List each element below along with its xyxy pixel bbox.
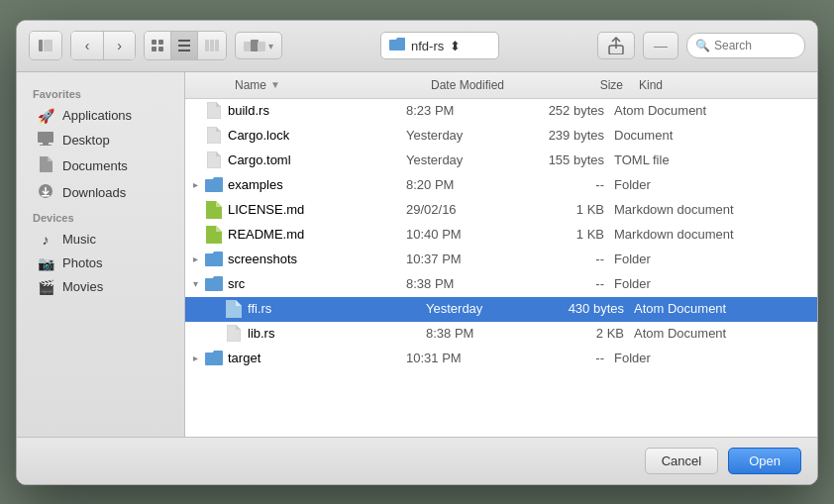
table-row[interactable]: Cargo.lockYesterday239 bytesDocument — [185, 124, 817, 149]
table-row[interactable]: ▾src8:38 PM--Folder — [185, 272, 817, 297]
svg-rect-14 — [258, 42, 265, 51]
col-name-header[interactable]: Name ▼ — [205, 76, 423, 94]
search-box[interactable]: 🔍 — [686, 33, 805, 58]
table-row[interactable]: Cargo.tomlYesterday155 bytesTOML file — [185, 149, 817, 173]
sidebar-item-label: Desktop — [62, 133, 110, 148]
share-btn[interactable] — [597, 32, 635, 59]
folder-selector[interactable]: nfd-rs ⬍ — [380, 32, 499, 59]
col-modified-header[interactable]: Date Modified — [423, 76, 542, 94]
expand-toggle[interactable]: ▸ — [185, 179, 205, 190]
file-date: 10:31 PM — [406, 351, 525, 365]
col-kind-header[interactable]: Kind — [631, 76, 817, 94]
file-date: 8:38 PM — [406, 276, 525, 291]
toolbar: ‹ › ▾ nfd-rs ⬍ — [17, 21, 817, 72]
expand-toggle[interactable]: ▸ — [185, 353, 205, 363]
file-kind: TOML file — [614, 152, 817, 167]
col-size-header[interactable]: Size — [542, 76, 631, 94]
sidebar-item-label: Music — [62, 232, 96, 247]
icon-view-btn[interactable] — [145, 32, 170, 59]
documents-icon — [37, 156, 54, 175]
file-kind: Folder — [614, 276, 817, 291]
svg-rect-10 — [210, 40, 214, 51]
svg-rect-13 — [251, 40, 259, 51]
search-icon: 🔍 — [695, 39, 710, 52]
search-input[interactable] — [714, 39, 793, 52]
svg-rect-9 — [205, 40, 209, 51]
svg-rect-7 — [178, 45, 190, 47]
file-kind: Folder — [614, 252, 817, 266]
file-kind: Atom Document — [614, 103, 817, 118]
file-size: 239 bytes — [525, 128, 614, 143]
file-date: 29/02/16 — [406, 202, 525, 217]
table-row[interactable]: build.rs8:23 PM252 bytesAtom Document — [185, 99, 817, 124]
file-dialog: ‹ › ▾ nfd-rs ⬍ — [16, 20, 818, 485]
sidebar-item-documents[interactable]: Documents — [21, 152, 180, 179]
table-row[interactable]: ▸target10:31 PM--Folder — [185, 347, 817, 371]
file-date: 10:40 PM — [406, 227, 525, 242]
sidebar-toggle-btn[interactable] — [30, 32, 61, 59]
expand-toggle[interactable]: ▾ — [185, 278, 205, 289]
sidebar: Favorites 🚀 Applications Desktop Documen… — [17, 72, 185, 437]
svg-rect-8 — [178, 50, 190, 51]
table-row[interactable]: ▸screenshots10:37 PM--Folder — [185, 248, 817, 272]
svg-rect-6 — [178, 40, 190, 42]
file-date: 8:38 PM — [426, 326, 545, 341]
sidebar-item-label: Downloads — [62, 185, 126, 200]
sidebar-item-photos[interactable]: 📷 Photos — [21, 252, 180, 275]
file-name: Cargo.lock — [228, 128, 406, 143]
open-button[interactable]: Open — [728, 448, 801, 474]
file-header: Name ▼ Date Modified Size Kind — [185, 72, 817, 99]
sidebar-item-downloads[interactable]: Downloads — [21, 179, 180, 206]
file-size: 1 KB — [525, 227, 614, 242]
sidebar-item-desktop[interactable]: Desktop — [21, 128, 180, 152]
file-date: Yesterday — [406, 152, 525, 167]
table-row[interactable]: lib.rs8:38 PM2 KBAtom Document — [185, 322, 817, 347]
sidebar-item-applications[interactable]: 🚀 Applications — [21, 104, 180, 128]
file-icon — [205, 275, 223, 293]
back-btn[interactable]: ‹ — [71, 32, 103, 59]
file-name: Cargo.toml — [228, 152, 406, 167]
folder-name: nfd-rs — [411, 39, 444, 53]
file-name: examples — [228, 177, 406, 192]
file-icon — [205, 151, 223, 169]
expand-toggle[interactable]: ▸ — [185, 253, 205, 264]
cover-flow-btn[interactable]: ▾ — [235, 32, 282, 59]
table-row[interactable]: ffi.rsYesterday430 bytesAtom Document — [185, 297, 817, 322]
back-fwd-btn-group: ‹ › — [70, 31, 136, 60]
table-row[interactable]: ▸examples8:20 PM--Folder — [185, 173, 817, 198]
file-name: target — [228, 351, 406, 365]
sidebar-item-music[interactable]: ♪ Music — [21, 228, 180, 252]
file-kind: Document — [614, 128, 817, 143]
devices-section-title: Devices — [17, 206, 184, 228]
table-row[interactable]: README.md10:40 PM1 KBMarkdown document — [185, 223, 817, 248]
file-icon — [205, 102, 223, 120]
file-icon — [205, 350, 223, 367]
folder-icon — [389, 38, 405, 53]
view-mode-group — [144, 31, 227, 60]
file-name: lib.rs — [248, 326, 426, 341]
sidebar-item-movies[interactable]: 🎬 Movies — [21, 275, 180, 299]
file-date: 8:23 PM — [406, 103, 525, 118]
minimize-btn[interactable]: — — [643, 32, 678, 59]
file-kind: Atom Document — [634, 301, 817, 316]
sidebar-item-label: Applications — [62, 108, 132, 123]
file-name: screenshots — [228, 252, 406, 266]
file-size: 252 bytes — [525, 103, 614, 118]
file-size: -- — [525, 276, 614, 291]
cancel-button[interactable]: Cancel — [645, 448, 718, 474]
column-view-btn[interactable] — [197, 32, 226, 59]
file-size: -- — [525, 252, 614, 266]
table-row[interactable]: LICENSE.md29/02/161 KBMarkdown document — [185, 198, 817, 223]
svg-rect-0 — [39, 40, 43, 51]
file-icon — [205, 251, 223, 268]
file-name: build.rs — [228, 103, 406, 118]
list-view-btn[interactable] — [170, 32, 197, 59]
file-size: -- — [525, 351, 614, 365]
file-date: 8:20 PM — [406, 177, 525, 192]
svg-rect-11 — [215, 40, 219, 51]
folder-arrows-icon[interactable]: ⬍ — [450, 39, 461, 53]
file-size: 155 bytes — [525, 152, 614, 167]
forward-btn[interactable]: › — [103, 32, 135, 59]
file-name: README.md — [228, 227, 406, 242]
file-area: Name ▼ Date Modified Size Kind build.rs8… — [185, 72, 817, 437]
